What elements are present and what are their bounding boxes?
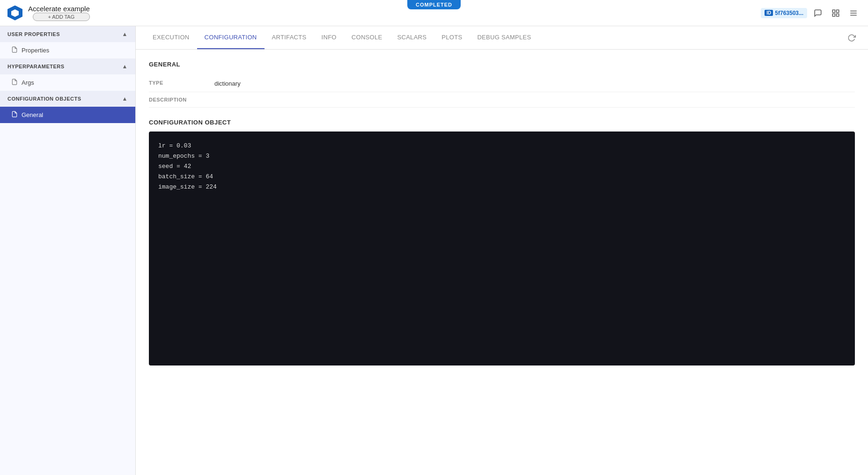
add-tag-button[interactable]: + ADD TAG: [33, 13, 90, 21]
tab-artifacts[interactable]: ARTIFACTS: [265, 26, 314, 49]
chevron-up-icon-2: ▲: [122, 63, 128, 70]
content-area: EXECUTION CONFIGURATION ARTIFACTS INFO C…: [136, 26, 868, 475]
main-layout: USER PROPERTIES ▲ Properties HYPERPARAME…: [0, 26, 868, 475]
id-badge: ID 5f763503...: [761, 8, 807, 18]
tab-execution[interactable]: EXECUTION: [145, 26, 197, 49]
chevron-up-icon: ▲: [122, 31, 128, 37]
code-line: num_epochs = 3: [158, 151, 846, 161]
tabs-right: [845, 31, 859, 45]
tab-plots[interactable]: PLOTS: [434, 26, 470, 49]
tab-scalars[interactable]: SCALARS: [390, 26, 434, 49]
sidebar-item-properties[interactable]: Properties: [0, 42, 135, 58]
document-icon-2: [11, 79, 18, 87]
code-line: seed = 42: [158, 161, 846, 172]
id-value: 5f763503...: [775, 10, 803, 16]
code-line: batch_size = 64: [158, 172, 846, 182]
sidebar-section-configuration-objects-items: General: [0, 107, 135, 123]
app-logo: [7, 6, 22, 21]
svg-rect-4: [837, 14, 839, 16]
tab-debug-samples[interactable]: DEBUG SAMPLES: [470, 26, 538, 49]
code-line: lr = 0.03: [158, 141, 846, 151]
general-section-title: GENERAL: [149, 61, 855, 68]
sidebar: USER PROPERTIES ▲ Properties HYPERPARAME…: [0, 26, 136, 475]
config-object-title: CONFIGURATION OBJECT: [149, 119, 855, 126]
tab-configuration[interactable]: CONFIGURATION: [197, 26, 265, 49]
chevron-up-icon-3: ▲: [122, 95, 128, 102]
sidebar-section-hyperparameters-items: Args: [0, 74, 135, 91]
field-label-type: TYPE: [149, 80, 214, 86]
document-icon-3: [11, 111, 18, 119]
completed-badge: COMPLETED: [407, 0, 461, 9]
tab-console[interactable]: CONSOLE: [344, 26, 390, 49]
tabs-bar: EXECUTION CONFIGURATION ARTIFACTS INFO C…: [136, 26, 868, 50]
sidebar-section-configuration-objects[interactable]: CONFIGURATION OBJECTS ▲: [0, 91, 135, 107]
svg-rect-2: [837, 10, 839, 12]
field-label-description: DESCRIPTION: [149, 97, 214, 102]
top-bar-right: ID 5f763503...: [761, 6, 861, 20]
field-value-type: dictionary: [214, 80, 241, 87]
content-body: GENERAL TYPE dictionary DESCRIPTION CONF…: [136, 50, 868, 475]
sidebar-section-user-properties[interactable]: USER PROPERTIES ▲: [0, 26, 135, 42]
sidebar-item-args[interactable]: Args: [0, 74, 135, 91]
sidebar-section-hyperparameters[interactable]: HYPERPARAMETERS ▲: [0, 58, 135, 74]
code-block: lr = 0.03num_epochs = 3seed = 42batch_si…: [149, 132, 855, 365]
field-row-type: TYPE dictionary: [149, 75, 855, 92]
document-icon: [11, 46, 18, 54]
layout-button[interactable]: [829, 6, 843, 20]
field-row-description: DESCRIPTION: [149, 92, 855, 108]
comment-button[interactable]: [811, 6, 825, 20]
svg-rect-1: [832, 10, 835, 12]
top-bar: Accelerate example + ADD TAG COMPLETED I…: [0, 0, 868, 26]
code-line: image_size = 224: [158, 182, 846, 192]
sidebar-item-general[interactable]: General: [0, 107, 135, 123]
menu-button[interactable]: [846, 6, 861, 20]
app-title: Accelerate example: [28, 5, 90, 13]
id-label: ID: [765, 10, 773, 16]
tab-info[interactable]: INFO: [314, 26, 344, 49]
svg-rect-3: [832, 14, 835, 16]
svg-marker-0: [11, 9, 19, 17]
sidebar-section-user-properties-items: Properties: [0, 42, 135, 58]
refresh-button[interactable]: [845, 31, 859, 45]
